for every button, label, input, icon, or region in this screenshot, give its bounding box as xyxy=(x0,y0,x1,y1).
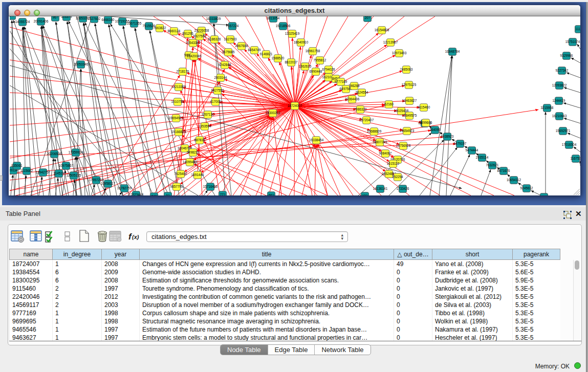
svg-text:2803144: 2803144 xyxy=(214,76,227,79)
svg-text:1615112: 1615112 xyxy=(387,162,400,165)
svg-text:19756928: 19756928 xyxy=(396,144,411,147)
svg-text:13325419: 13325419 xyxy=(285,32,300,35)
svg-text:25300203: 25300203 xyxy=(266,111,280,115)
svg-text:20091406: 20091406 xyxy=(34,19,49,23)
svg-text:19218506: 19218506 xyxy=(276,24,291,28)
svg-text:9227342: 9227342 xyxy=(556,69,569,72)
svg-text:9245612: 9245612 xyxy=(520,186,533,190)
svg-text:16671355: 16671355 xyxy=(127,21,142,25)
svg-text:17957253: 17957253 xyxy=(89,178,104,182)
svg-text:20053346: 20053346 xyxy=(74,62,89,66)
svg-text:19654923: 19654923 xyxy=(400,129,415,133)
svg-text:8186328: 8186328 xyxy=(208,37,221,41)
svg-text:8471676: 8471676 xyxy=(497,169,510,172)
svg-text:12213967: 12213967 xyxy=(383,40,398,44)
svg-text:10973493: 10973493 xyxy=(392,51,407,55)
svg-text:8660124: 8660124 xyxy=(168,29,181,33)
svg-text:10463627: 10463627 xyxy=(402,99,417,102)
svg-text:92?: 92? xyxy=(541,195,547,195)
svg-text:10975867: 10975867 xyxy=(59,164,74,167)
svg-text:17359934: 17359934 xyxy=(69,150,83,154)
svg-text:9?: 9? xyxy=(166,194,170,195)
svg-text:20206536: 20206536 xyxy=(47,152,62,156)
svg-text:84?: 84? xyxy=(10,16,15,17)
svg-text:8938923: 8938923 xyxy=(441,135,454,138)
svg-text:12093822: 12093822 xyxy=(552,83,567,87)
svg-text:6794028: 6794028 xyxy=(322,68,335,71)
svg-text:16033809: 16033809 xyxy=(206,17,221,20)
svg-text:84?: 84? xyxy=(151,194,157,195)
svg-text:10654112: 10654112 xyxy=(507,178,521,182)
svg-text:12323448: 12323448 xyxy=(129,193,144,195)
svg-text:62160: 62160 xyxy=(384,102,394,106)
svg-text:23226058: 23226058 xyxy=(194,29,209,32)
svg-text:835061: 835061 xyxy=(11,164,23,167)
svg-text:19166825: 19166825 xyxy=(171,130,186,134)
svg-text:0899605: 0899605 xyxy=(420,121,432,124)
svg-text:14099489: 14099489 xyxy=(183,160,198,164)
svg-text:16961758: 16961758 xyxy=(306,49,320,53)
svg-text:116753: 116753 xyxy=(571,157,580,160)
svg-text:1733426: 1733426 xyxy=(397,187,409,190)
svg-text:3267130: 3267130 xyxy=(202,113,214,116)
svg-text:18807249: 18807249 xyxy=(373,140,387,144)
svg-text:66?: 66? xyxy=(269,193,274,195)
svg-text:19654923: 19654923 xyxy=(169,116,184,120)
svg-text:1362615: 1362615 xyxy=(299,64,312,68)
svg-text:7632621: 7632621 xyxy=(486,163,499,167)
svg-text:22420046: 22420046 xyxy=(187,54,202,58)
svg-text:10?: 10? xyxy=(362,194,368,195)
svg-text:6479197: 6479197 xyxy=(454,142,467,145)
svg-text:1327503: 1327503 xyxy=(224,37,237,41)
svg-text:7625402: 7625402 xyxy=(175,172,187,176)
svg-text:10958117: 10958117 xyxy=(101,182,115,185)
svg-text:14136141: 14136141 xyxy=(373,187,388,190)
svg-text:887833: 887833 xyxy=(194,138,205,142)
svg-text:15720407: 15720407 xyxy=(359,118,374,122)
svg-text:12975125: 12975125 xyxy=(402,83,417,86)
svg-text:9857791: 9857791 xyxy=(170,185,183,188)
svg-text:20?: 20? xyxy=(365,16,371,19)
svg-text:1117: 1117 xyxy=(575,27,580,31)
svg-text:9777169: 9777169 xyxy=(335,80,347,83)
svg-text:8427552: 8427552 xyxy=(211,89,224,92)
svg-text:96?: 96? xyxy=(53,16,58,19)
svg-text:15751074: 15751074 xyxy=(565,40,580,43)
svg-text:9115460: 9115460 xyxy=(418,105,430,109)
svg-text:10543382: 10543382 xyxy=(186,41,201,45)
svg-text:8454749: 8454749 xyxy=(248,48,261,52)
svg-text:15716485: 15716485 xyxy=(203,185,218,188)
svg-text:16154808: 16154808 xyxy=(375,28,389,32)
svg-text:114519: 114519 xyxy=(54,171,64,175)
svg-text:103379: 103379 xyxy=(61,16,72,18)
svg-text:12942757: 12942757 xyxy=(36,170,51,174)
svg-text:2967608: 2967608 xyxy=(235,44,248,48)
svg-text:15692971: 15692971 xyxy=(556,129,571,133)
svg-text:7955812: 7955812 xyxy=(314,58,326,62)
svg-text:18724007: 18724007 xyxy=(288,104,302,107)
svg-text:17016504: 17016504 xyxy=(562,143,577,146)
svg-text:9146821: 9146821 xyxy=(260,52,273,56)
svg-text:18640910: 18640910 xyxy=(294,40,309,44)
svg-text:2718176: 2718176 xyxy=(177,70,189,73)
svg-text:746266: 746266 xyxy=(349,84,360,87)
svg-text:12505135: 12505135 xyxy=(67,173,81,177)
svg-text:1115682: 1115682 xyxy=(20,169,33,172)
svg-text:9329966: 9329966 xyxy=(560,54,573,57)
svg-text:20364436: 20364436 xyxy=(345,97,360,101)
svg-text:12849575: 12849575 xyxy=(402,114,417,117)
svg-text:9327503: 9327503 xyxy=(193,34,206,38)
svg-text:891295: 891295 xyxy=(182,32,193,35)
svg-text:14055724: 14055724 xyxy=(15,20,30,24)
svg-text:8822037: 8822037 xyxy=(285,60,298,64)
svg-text:3498222: 3498222 xyxy=(187,150,200,154)
svg-text:9084067: 9084067 xyxy=(379,151,392,155)
svg-text:164095: 164095 xyxy=(429,128,441,132)
svg-text:6990448: 6990448 xyxy=(310,70,322,73)
svg-text:7357224: 7357224 xyxy=(226,24,239,28)
svg-text:16848784: 16848784 xyxy=(445,50,460,53)
svg-text:16210643: 16210643 xyxy=(552,114,567,118)
svg-text:1691444: 1691444 xyxy=(191,173,204,177)
svg-text:8813054: 8813054 xyxy=(267,16,280,20)
svg-text:9474444: 9474444 xyxy=(466,148,478,152)
